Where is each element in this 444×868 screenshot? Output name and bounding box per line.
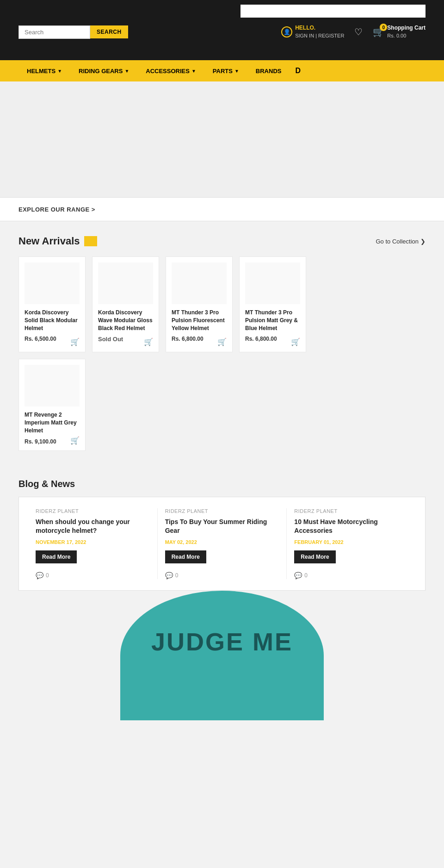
section-header: New Arrivals Go to Collection ❯: [18, 235, 426, 247]
product-name: MT Thunder 3 Pro Pulsion Matt Grey & Blu…: [245, 309, 300, 332]
nav-item-helmets[interactable]: HELMETS ▼: [18, 61, 70, 81]
comment-count: 0: [175, 572, 179, 579]
product-card: Korda Discovery Wave Modular Gloss Black…: [92, 256, 159, 352]
explore-range-link[interactable]: EXPLORE OUR RANGE >: [18, 206, 95, 213]
product-card: Korda Discovery Solid Black Modular Helm…: [18, 256, 86, 352]
judgeme-circle: JUDGE.ME: [120, 591, 324, 720]
add-to-cart-button[interactable]: 🛒: [217, 337, 227, 346]
chevron-down-icon: ▼: [124, 69, 129, 74]
blog-date: NOVEMBER 17, 2022: [36, 539, 150, 545]
comment-icon: 💬: [36, 572, 43, 579]
add-to-cart-button[interactable]: 🛒: [70, 337, 80, 346]
chevron-right-icon: ❯: [420, 238, 426, 245]
blog-card-2: RIDERZ PLANET Tips To Buy Your Summer Ri…: [158, 508, 287, 579]
comment-count: 0: [46, 572, 49, 579]
blog-card-title: 10 Must Have Motorcycling Accessories: [294, 518, 408, 536]
search-button[interactable]: SEARCH: [90, 25, 128, 38]
chevron-down-icon: ▼: [57, 69, 62, 74]
blog-date: MAY 02, 2022: [165, 539, 279, 545]
judgeme-logo: JUDGE.ME: [106, 600, 338, 720]
nav-item-parts[interactable]: PARTS ▼: [204, 61, 247, 81]
new-arrivals-section: New Arrivals Go to Collection ❯ Korda Di…: [0, 221, 444, 465]
product-name: Korda Discovery Solid Black Modular Helm…: [25, 309, 80, 332]
cart-badge: 0: [380, 24, 387, 31]
judgeme-text: JUDGE.ME: [151, 629, 293, 654]
section-title: New Arrivals: [18, 235, 80, 247]
cart-icon-wrap: 🛒 0: [373, 26, 384, 37]
blog-source: RIDERZ PLANET: [165, 508, 279, 514]
blog-title: Blog & News: [18, 474, 426, 497]
comment-count: 0: [304, 572, 308, 579]
product-image: [245, 262, 300, 304]
add-to-cart-button[interactable]: 🛒: [70, 436, 80, 445]
navigation: HELMETS ▼ RIDING GEARS ▼ ACCESSORIES ▼ P…: [0, 60, 444, 81]
product-grid: Korda Discovery Solid Black Modular Helm…: [18, 256, 426, 352]
chevron-down-icon: ▼: [234, 69, 239, 74]
product-card: MT Revenge 2 Imperium Matt Grey Helmet R…: [18, 359, 86, 450]
product-name: Korda Discovery Wave Modular Gloss Black…: [98, 309, 153, 332]
search-form: SEARCH: [18, 25, 128, 39]
blog-card-3: RIDERZ PLANET 10 Must Have Motorcycling …: [287, 508, 416, 579]
blog-meta: 💬 0: [165, 572, 279, 579]
product-image: [25, 262, 80, 304]
read-more-button[interactable]: Read More: [36, 550, 77, 563]
chevron-down-icon: ▼: [191, 69, 196, 74]
blog-section: Blog & News RIDERZ PLANET When should yo…: [0, 465, 444, 591]
explore-range: EXPLORE OUR RANGE >: [0, 197, 444, 221]
user-icon: 👤: [281, 26, 292, 37]
title-accent: [84, 236, 97, 246]
add-to-cart-button[interactable]: 🛒: [144, 337, 153, 346]
blog-date: FEBRUARY 01, 2022: [294, 539, 408, 545]
section-title-wrap: New Arrivals: [18, 235, 97, 247]
hero-area: [0, 81, 444, 197]
blog-card-title: When should you change your motorcycle h…: [36, 518, 150, 536]
blog-card-title: Tips To Buy Your Summer Riding Gear: [165, 518, 279, 536]
nav-item-riding-gears[interactable]: RIDING GEARS ▼: [70, 61, 137, 81]
product-name: MT Revenge 2 Imperium Matt Grey Helmet: [25, 411, 80, 434]
header-banner: [240, 5, 426, 18]
blog-cards: RIDERZ PLANET When should you change you…: [18, 497, 426, 591]
signin-link[interactable]: SIGN IN | REGISTER: [295, 33, 344, 38]
hello-label: HELLO.: [295, 25, 344, 31]
cart-amount: Rs. 0.00: [387, 33, 406, 38]
comment-icon: 💬: [165, 572, 173, 579]
product-image: [98, 262, 153, 304]
blog-source: RIDERZ PLANET: [36, 508, 150, 514]
product-image: [172, 262, 227, 304]
blog-source: RIDERZ PLANET: [294, 508, 408, 514]
cart-area[interactable]: 🛒 0 Shopping Cart Rs. 0.00: [373, 25, 426, 39]
comment-icon: 💬: [294, 572, 302, 579]
read-more-button[interactable]: Read More: [165, 550, 206, 563]
product-grid-row2: MT Revenge 2 Imperium Matt Grey Helmet R…: [18, 359, 426, 450]
nav-overflow[interactable]: D: [290, 60, 306, 81]
header: SEARCH 👤 HELLO. SIGN IN | REGISTER ♡ 🛒 0…: [0, 0, 444, 60]
wishlist-icon[interactable]: ♡: [354, 26, 363, 37]
product-card: MT Thunder 3 Pro Pulsion Fluorescent Yel…: [166, 256, 233, 352]
product-card: MT Thunder 3 Pro Pulsion Matt Grey & Blu…: [239, 256, 306, 352]
cart-text: Shopping Cart Rs. 0.00: [387, 25, 426, 39]
product-name: MT Thunder 3 Pro Pulsion Fluorescent Yel…: [172, 309, 227, 332]
nav-item-accessories[interactable]: ACCESSORIES ▼: [137, 61, 204, 81]
add-to-cart-button[interactable]: 🛒: [291, 337, 300, 346]
judgeme-section: JUDGE.ME: [0, 591, 444, 720]
blog-meta: 💬 0: [36, 572, 150, 579]
user-text: HELLO. SIGN IN | REGISTER: [295, 25, 344, 39]
judgeme-brand-name: JUDGE.ME: [151, 629, 293, 654]
blog-card-1: RIDERZ PLANET When should you change you…: [28, 508, 158, 579]
search-input[interactable]: [18, 25, 90, 39]
product-image: [25, 365, 80, 406]
user-area: 👤 HELLO. SIGN IN | REGISTER ♡ 🛒 0 Shoppi…: [281, 25, 426, 39]
nav-item-brands[interactable]: BRANDS: [247, 61, 290, 81]
blog-meta: 💬 0: [294, 572, 408, 579]
go-to-collection-link[interactable]: Go to Collection ❯: [376, 238, 426, 245]
read-more-button[interactable]: Read More: [294, 550, 335, 563]
cart-label: Shopping Cart: [387, 25, 426, 31]
